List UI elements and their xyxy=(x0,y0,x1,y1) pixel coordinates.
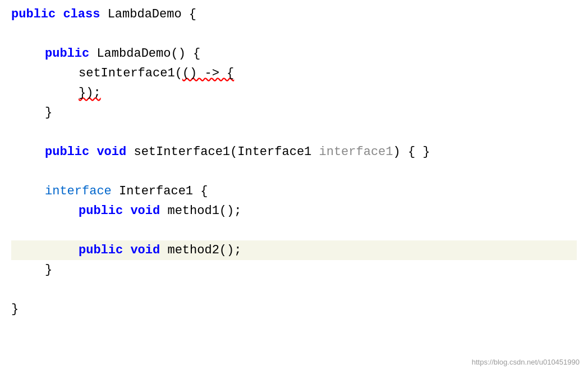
code-line-5: }); xyxy=(11,83,577,103)
keyword-class: class xyxy=(63,7,107,21)
code-line-8: public void setInterface1(Interface1 int… xyxy=(11,142,577,162)
keyword-void-2: void xyxy=(130,204,167,218)
code-line-9 xyxy=(11,162,577,181)
code-line-15 xyxy=(11,280,577,299)
watermark: https://blog.csdn.net/u010451990 xyxy=(472,358,580,366)
lambda-expr: () -> { xyxy=(182,66,234,80)
code-line-16: } xyxy=(11,299,577,319)
keyword-public-5: public xyxy=(79,243,130,257)
keyword-void-3: void xyxy=(130,243,167,257)
closing-lambda: }); xyxy=(79,86,101,100)
constructor-name: LambdaDemo() { xyxy=(97,47,200,61)
closing-brace-class: } xyxy=(11,302,19,316)
code-line-7 xyxy=(11,122,577,142)
code-line-1: public class LambdaDemo { xyxy=(11,4,577,24)
code-line-10: interface Interface1 { xyxy=(11,181,577,201)
code-line-2 xyxy=(11,24,577,44)
code-line-4: setInterface1(() -> { xyxy=(11,63,577,83)
keyword-interface: interface xyxy=(45,184,119,198)
method1-decl: method1(); xyxy=(167,204,241,218)
keyword-public-4: public xyxy=(79,204,130,218)
code-line-13: public void method2(); xyxy=(11,240,577,260)
closing-brace-constructor: } xyxy=(45,106,52,120)
code-line-14: } xyxy=(11,260,577,280)
code-content: public class LambdaDemo { public LambdaD… xyxy=(0,0,588,330)
set-interface-method: setInterface1(Interface1 xyxy=(134,145,319,159)
code-line-3: public LambdaDemo() { xyxy=(11,44,577,63)
class-name: LambdaDemo { xyxy=(108,7,196,21)
interface-name: Interface1 { xyxy=(119,184,208,198)
code-editor: public class LambdaDemo { public LambdaD… xyxy=(0,0,588,373)
code-line-11: public void method1(); xyxy=(11,201,577,221)
method2-decl: method2(); xyxy=(167,243,241,257)
code-line-6: } xyxy=(11,103,577,122)
closing-brace-interface: } xyxy=(45,263,52,277)
keyword-public-3: public xyxy=(45,145,97,159)
keyword-public-1: public xyxy=(11,7,63,21)
code-line-12 xyxy=(11,221,577,240)
method-body-empty: ) { } xyxy=(393,145,430,159)
param-interface1: interface1 xyxy=(319,145,393,159)
keyword-void-1: void xyxy=(97,145,134,159)
method-call: setInterface1( xyxy=(79,66,182,80)
keyword-public-2: public xyxy=(45,47,97,61)
